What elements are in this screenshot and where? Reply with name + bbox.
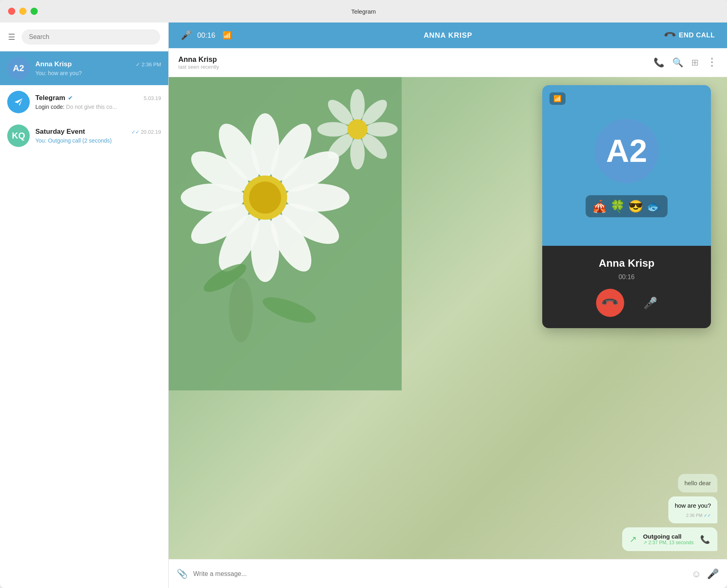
call-card-actions: 📞 🎤	[596, 289, 658, 317]
minimize-button[interactable]	[19, 8, 27, 15]
call-card-emojis: 🎪 🍀 😎 🐟	[586, 195, 668, 217]
chat-info: Telegram ✔ 5.03.19 Login code: Do not gi…	[35, 94, 161, 110]
close-button[interactable]	[8, 8, 15, 15]
chat-header-status: last seen recently	[178, 64, 649, 70]
chat-item-anna-krisp[interactable]: A2 Anna Krisp ✓ 2:36 PM You: how are you…	[0, 51, 168, 85]
telegram-window: Telegram ☰ A2 Anna Krisp ✓ 2:36 PM	[0, 0, 727, 588]
call-phone-icon: 📞	[700, 535, 710, 544]
window-title: Telegram	[351, 8, 376, 15]
chat-time: 5.03.19	[144, 95, 161, 101]
message-text: how are you?	[675, 502, 711, 509]
chat-info: Saturday Event ✓✓ 20.02.19 You: Outgoing…	[35, 128, 161, 144]
message-bubble-out: how are you? 2:36 PM ✓✓	[668, 496, 717, 523]
titlebar: Telegram	[0, 0, 727, 22]
call-card-avatar: A2	[594, 119, 659, 183]
chat-header-info: Anna Krisp last seen recently	[178, 55, 649, 70]
phone-hangup-icon: 📞	[663, 28, 677, 42]
chat-item-telegram[interactable]: Telegram ✔ 5.03.19 Login code: Do not gi…	[0, 85, 168, 119]
avatar: KQ	[7, 125, 30, 147]
microphone-icon: 🎤	[643, 297, 658, 309]
call-bubble: ↗ Outgoing call ↗ 2:37 PM, 13 seconds 📞	[622, 527, 717, 551]
chat-time: ✓ 2:36 PM	[136, 61, 161, 67]
layout-icon[interactable]: ⊞	[691, 57, 698, 68]
chat-top: Saturday Event ✓✓ 20.02.19	[35, 128, 161, 136]
hangup-icon: 📞	[600, 293, 619, 312]
chat-time: ✓✓ 20.02.19	[131, 129, 161, 135]
chat-top: Telegram ✔ 5.03.19	[35, 94, 161, 102]
emoji-fish: 🐟	[646, 199, 661, 213]
call-card-bottom: Anna Krisp 00:16 📞 🎤	[542, 246, 711, 328]
chat-header: Anna Krisp last seen recently 📞 🔍 ⊞ ⋮	[169, 48, 727, 77]
call-bubble-title: Outgoing call	[643, 533, 694, 540]
call-contact-name: ANNA KRISP	[237, 31, 659, 40]
search-messages-icon[interactable]: 🔍	[672, 57, 683, 68]
phone-call-icon[interactable]: 📞	[653, 57, 664, 68]
maximize-button[interactable]	[31, 8, 38, 15]
call-card-top: 📶 A2 🎪 🍀 😎 🐟	[542, 85, 711, 246]
chat-background: hello dear how are you? 2:36 PM ✓✓ ↗ Out…	[169, 77, 727, 559]
chat-input-bar: 📎 ☺ 🎤	[169, 559, 727, 588]
emoji-cool: 😎	[628, 199, 643, 213]
chat-info: Anna Krisp ✓ 2:36 PM You: how are you?	[35, 60, 161, 76]
microphone-icon: 🎤	[181, 30, 192, 41]
chat-name: Saturday Event	[35, 128, 85, 136]
call-bubble-info: Outgoing call ↗ 2:37 PM, 13 seconds	[643, 533, 694, 545]
call-end-button[interactable]: 📞	[596, 289, 624, 317]
avatar: A2	[7, 57, 30, 80]
emoji-clover: 🍀	[610, 199, 625, 213]
sidebar-header: ☰	[0, 22, 168, 51]
check-mark: ✓	[136, 61, 142, 67]
signal-icon: 📶	[223, 31, 231, 40]
message-meta: 2:36 PM ✓✓	[675, 512, 711, 519]
sidebar: ☰ A2 Anna Krisp ✓ 2:36 PM You: how are y	[0, 22, 169, 588]
outgoing-call-icon: ↗	[629, 534, 637, 545]
call-time: 00:16	[197, 31, 215, 40]
chat-list: A2 Anna Krisp ✓ 2:36 PM You: how are you…	[0, 51, 168, 588]
chat-top: Anna Krisp ✓ 2:36 PM	[35, 60, 161, 68]
main-chat: 🎤 00:16 📶 ANNA KRISP 📞 END CALL Anna Kri…	[169, 22, 727, 588]
call-bubble-meta: ↗ 2:37 PM, 13 seconds	[643, 540, 694, 545]
chat-item-saturday-event[interactable]: KQ Saturday Event ✓✓ 20.02.19 You: Outgo…	[0, 119, 168, 153]
chat-name: Telegram ✔	[35, 94, 73, 102]
message-text: hello dear	[684, 480, 711, 486]
emoji-icon[interactable]: ☺	[691, 568, 701, 580]
verified-badge: ✔	[68, 95, 73, 101]
chat-header-actions: 📞 🔍 ⊞ ⋮	[653, 56, 717, 69]
call-bar: 🎤 00:16 📶 ANNA KRISP 📞 END CALL	[169, 22, 727, 48]
call-card: 📶 A2 🎪 🍀 😎 🐟 Anna Krisp 00:16	[542, 85, 711, 328]
chat-preview: You: how are you?	[35, 70, 161, 76]
menu-icon[interactable]: ☰	[8, 32, 15, 42]
message-bubble-out: hello dear	[678, 474, 717, 493]
chat-preview: You: Outgoing call (2 seconds)	[35, 137, 161, 144]
message-input[interactable]	[193, 570, 686, 578]
end-call-button[interactable]: 📞 END CALL	[665, 31, 715, 40]
call-card-signal-icon: 📶	[549, 92, 566, 105]
call-card-name: Anna Krisp	[599, 257, 655, 270]
end-call-label: END CALL	[679, 31, 715, 39]
chat-preview: Login code: Do not give this co...	[35, 104, 161, 110]
call-card-timer: 00:16	[619, 274, 635, 281]
attach-icon[interactable]: 📎	[177, 569, 188, 579]
app-body: ☰ A2 Anna Krisp ✓ 2:36 PM You: how are y	[0, 22, 727, 588]
message-check-icon: ✓✓	[704, 513, 711, 518]
chat-header-name: Anna Krisp	[178, 55, 649, 64]
voice-message-icon[interactable]: 🎤	[707, 568, 719, 580]
chat-name: Anna Krisp	[35, 60, 72, 68]
avatar	[7, 91, 30, 113]
call-mute-button[interactable]: 🎤	[643, 296, 658, 310]
emoji-circus: 🎪	[592, 199, 607, 213]
more-options-icon[interactable]: ⋮	[707, 56, 717, 69]
window-controls	[8, 8, 38, 15]
search-input[interactable]	[22, 29, 160, 45]
